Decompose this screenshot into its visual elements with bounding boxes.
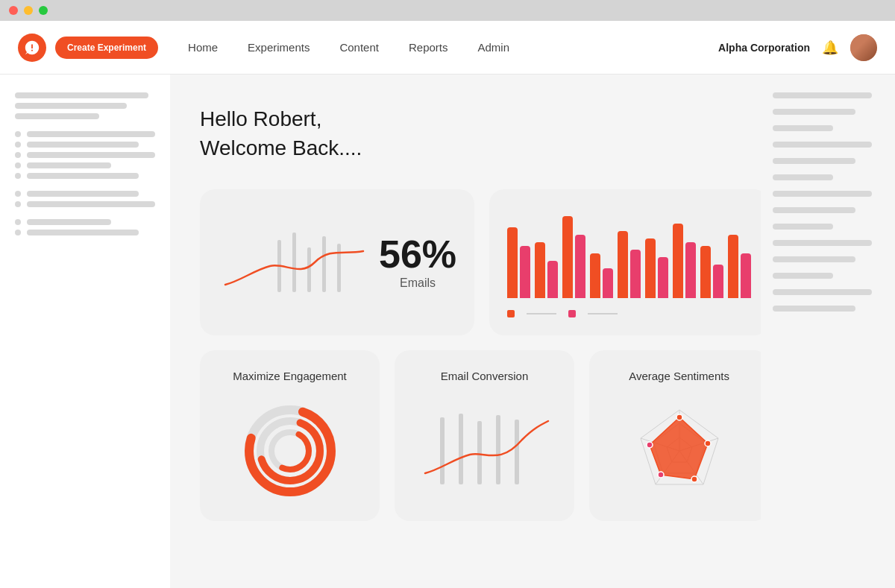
bar-orange bbox=[728, 235, 738, 298]
nav-reports[interactable]: Reports bbox=[409, 41, 448, 54]
right-sidebar-line bbox=[773, 240, 872, 246]
window-chrome bbox=[0, 0, 895, 21]
main-layout: Hello Robert, Welcome Back.... bbox=[0, 75, 895, 588]
bar-pink bbox=[713, 265, 723, 298]
right-sidebar-line bbox=[773, 142, 872, 148]
sidebar-line bbox=[27, 219, 111, 225]
nav-experiments[interactable]: Experiments bbox=[248, 41, 310, 54]
radar-grid bbox=[641, 410, 718, 484]
email-conversion-chart bbox=[418, 406, 552, 496]
email-percentage: 56% bbox=[379, 235, 456, 274]
radar-chart bbox=[624, 399, 735, 503]
stat-info: 56% Emails bbox=[379, 235, 456, 290]
svg-rect-15 bbox=[515, 420, 519, 484]
sidebar-dot bbox=[15, 142, 21, 148]
sidebar-dot bbox=[15, 191, 21, 197]
sidebar-item[interactable] bbox=[15, 142, 155, 148]
create-experiment-button[interactable]: Create Experiment bbox=[55, 37, 158, 59]
legend-line bbox=[527, 313, 556, 314]
sidebar-line bbox=[15, 113, 99, 119]
sidebar-dot bbox=[15, 230, 21, 235]
legend-line bbox=[588, 313, 618, 314]
svg-point-27 bbox=[691, 476, 697, 482]
sidebar-item[interactable] bbox=[15, 201, 155, 207]
sidebar-dot bbox=[15, 219, 21, 225]
bar-orange bbox=[673, 224, 683, 298]
sidebar-line bbox=[27, 201, 155, 207]
sidebar-dot bbox=[15, 152, 21, 158]
bar-pink bbox=[520, 246, 530, 298]
svg-point-28 bbox=[658, 472, 664, 478]
right-sidebar-line bbox=[773, 174, 833, 180]
bar-orange bbox=[562, 216, 573, 298]
bar-group bbox=[673, 224, 696, 298]
nav-content[interactable]: Content bbox=[339, 41, 379, 54]
donut-container bbox=[218, 399, 362, 503]
sidebar-line bbox=[27, 173, 139, 179]
sidebar-line bbox=[27, 162, 111, 168]
greeting-line1: Hello Robert, bbox=[200, 104, 731, 133]
sidebar-line bbox=[27, 191, 139, 197]
svg-rect-14 bbox=[496, 415, 500, 484]
bar-chart-card bbox=[489, 189, 761, 335]
email-stat-card: 56% Emails bbox=[200, 189, 474, 335]
sidebar-dot bbox=[15, 162, 21, 168]
svg-marker-24 bbox=[650, 417, 708, 479]
legend-item-orange bbox=[507, 310, 515, 317]
legend-dot-orange bbox=[507, 310, 515, 317]
bar-orange bbox=[618, 231, 628, 298]
maximize-engagement-title: Maximize Engagement bbox=[218, 368, 362, 384]
sidebar-item[interactable] bbox=[15, 162, 155, 168]
svg-rect-12 bbox=[459, 414, 463, 484]
average-sentiments-card: Average Sentiments bbox=[589, 350, 761, 521]
app-window: Create Experiment Home Experiments Conte… bbox=[0, 21, 895, 588]
bar-pink bbox=[547, 261, 558, 298]
sidebar-line bbox=[15, 103, 127, 109]
right-sidebar-line bbox=[773, 306, 855, 312]
greeting-line2: Welcome Back.... bbox=[200, 133, 731, 162]
sidebar-group-2 bbox=[15, 131, 155, 179]
company-name: Alpha Corporation bbox=[718, 42, 810, 54]
bar-pink bbox=[630, 250, 641, 298]
sidebar-item[interactable] bbox=[15, 219, 155, 225]
email-conversion-title: Email Conversion bbox=[412, 368, 556, 384]
sidebar-line bbox=[27, 131, 155, 137]
sidebar-item[interactable] bbox=[15, 173, 155, 179]
nav-right: Alpha Corporation 🔔 bbox=[718, 34, 877, 61]
bar-orange bbox=[507, 227, 518, 298]
svg-rect-2 bbox=[307, 247, 311, 292]
right-sidebar bbox=[761, 75, 895, 588]
avatar[interactable] bbox=[850, 34, 877, 61]
close-button[interactable] bbox=[9, 6, 18, 15]
sparkline-svg bbox=[218, 225, 367, 307]
sidebar-item[interactable] bbox=[15, 191, 155, 197]
bar-group bbox=[562, 216, 585, 298]
nav-admin[interactable]: Admin bbox=[478, 41, 510, 54]
sidebar-item[interactable] bbox=[15, 131, 155, 137]
chart-legend bbox=[507, 310, 751, 317]
sidebar-group-4 bbox=[15, 219, 155, 235]
svg-rect-3 bbox=[322, 236, 326, 292]
maximize-button[interactable] bbox=[39, 6, 48, 15]
bar-pink bbox=[603, 268, 613, 298]
sidebar-item[interactable] bbox=[15, 152, 155, 158]
app-logo[interactable] bbox=[18, 34, 46, 62]
sidebar-line bbox=[15, 92, 148, 98]
sidebar-dot bbox=[15, 131, 21, 137]
minimize-button[interactable] bbox=[24, 6, 33, 15]
radar-container bbox=[607, 399, 751, 503]
nav-home[interactable]: Home bbox=[188, 41, 218, 54]
bell-icon[interactable]: 🔔 bbox=[822, 39, 838, 56]
svg-point-25 bbox=[676, 414, 682, 420]
bar-pink bbox=[741, 253, 751, 298]
sidebar-item[interactable] bbox=[15, 230, 155, 235]
svg-rect-1 bbox=[292, 233, 296, 292]
right-sidebar-line bbox=[773, 109, 855, 115]
sidebar-group-1 bbox=[15, 92, 155, 119]
bar-pink bbox=[658, 257, 668, 298]
right-sidebar-line bbox=[773, 289, 872, 295]
bar-orange bbox=[700, 246, 711, 298]
right-sidebar-line bbox=[773, 125, 833, 131]
bar-group bbox=[590, 253, 613, 298]
svg-point-29 bbox=[647, 442, 653, 448]
